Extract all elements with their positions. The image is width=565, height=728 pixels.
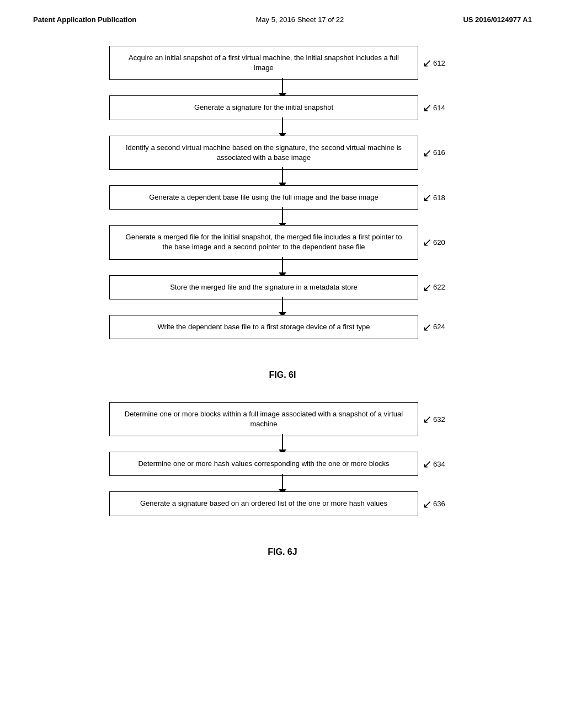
flow-box-618: Generate a dependent base file using the… bbox=[109, 185, 418, 210]
arrow-down bbox=[279, 257, 286, 277]
arrow-down bbox=[279, 434, 286, 454]
flow-label-614: ↙614 bbox=[423, 101, 456, 114]
flowchart-6i: Acquire an initial snapshot of a first v… bbox=[44, 46, 521, 339]
flow-label-620: ↙620 bbox=[423, 235, 456, 249]
header-right: US 2016/0124977 A1 bbox=[463, 15, 532, 24]
arrow-down bbox=[279, 474, 286, 494]
flow-item: Generate a merged file for the initial s… bbox=[44, 225, 521, 259]
flow-box-620: Generate a merged file for the initial s… bbox=[109, 225, 418, 259]
flow-item: Determine one or more blocks within a fu… bbox=[44, 402, 521, 436]
connector bbox=[44, 80, 521, 95]
flow-box-624: Write the dependent base file to a first… bbox=[109, 315, 418, 339]
flowchart-6j: Determine one or more blocks within a fu… bbox=[44, 402, 521, 516]
flow-box-616: Identify a second virtual machine based … bbox=[109, 136, 418, 170]
arrow-down bbox=[279, 167, 286, 188]
flow-item: Store the merged file and the signature … bbox=[44, 275, 521, 299]
flow-item: Acquire an initial snapshot of a first v… bbox=[44, 46, 521, 80]
arrow-down bbox=[279, 297, 286, 317]
arrow-down bbox=[279, 78, 286, 98]
arrow-down bbox=[279, 117, 286, 138]
connector bbox=[44, 260, 521, 275]
connector bbox=[44, 436, 521, 452]
flow-box-632: Determine one or more blocks within a fu… bbox=[109, 402, 418, 436]
flow-item: Generate a dependent base file using the… bbox=[44, 185, 521, 210]
arrow-down bbox=[279, 207, 286, 228]
flow-item: Write the dependent base file to a first… bbox=[44, 315, 521, 339]
flow-box-614: Generate a signature for the initial sna… bbox=[109, 95, 418, 120]
connector bbox=[44, 170, 521, 185]
flow-label-618: ↙618 bbox=[423, 191, 456, 204]
flow-item: Generate a signature based on an ordered… bbox=[44, 491, 521, 516]
flow-label-622: ↙622 bbox=[423, 281, 456, 294]
figure-label-6j: FIG. 6J bbox=[268, 547, 297, 557]
flow-label-632: ↙632 bbox=[423, 413, 456, 426]
connector bbox=[44, 476, 521, 491]
connector bbox=[44, 120, 521, 136]
flow-label-636: ↙636 bbox=[423, 497, 456, 511]
flow-item: Generate a signature for the initial sna… bbox=[44, 95, 521, 120]
flow-label-624: ↙624 bbox=[423, 320, 456, 334]
header-center: May 5, 2016 Sheet 17 of 22 bbox=[256, 15, 344, 24]
header-left: Patent Application Publication bbox=[33, 15, 136, 24]
page-header: Patent Application Publication May 5, 20… bbox=[0, 0, 565, 24]
connector bbox=[44, 299, 521, 315]
main-content: Acquire an initial snapshot of a first v… bbox=[0, 24, 565, 601]
flow-box-612: Acquire an initial snapshot of a first v… bbox=[109, 46, 418, 80]
connector bbox=[44, 210, 521, 225]
flow-item: Determine one or more hash values corres… bbox=[44, 452, 521, 476]
flow-box-636: Generate a signature based on an ordered… bbox=[109, 491, 418, 516]
flow-label-634: ↙634 bbox=[423, 457, 456, 470]
flow-label-612: ↙612 bbox=[423, 56, 456, 69]
flow-box-622: Store the merged file and the signature … bbox=[109, 275, 418, 299]
figure-label-6i: FIG. 6I bbox=[269, 370, 296, 380]
flow-label-616: ↙616 bbox=[423, 146, 456, 159]
flow-box-634: Determine one or more hash values corres… bbox=[109, 452, 418, 476]
flow-item: Identify a second virtual machine based … bbox=[44, 136, 521, 170]
